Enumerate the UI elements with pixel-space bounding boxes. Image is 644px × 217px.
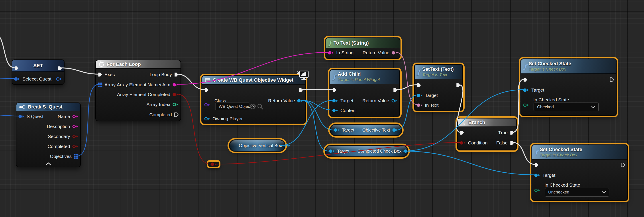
node-subtitle: Target is Panel Widget	[338, 77, 380, 82]
blueprint-graph-canvas[interactable]: SETSelecct QuestBreak S_QuestS QuestName…	[0, 0, 644, 217]
array-input-pin-icon[interactable]	[98, 82, 102, 87]
branch-node[interactable]: BranchTrueConditionFalse	[457, 118, 517, 150]
node-header[interactable]: ƒSet Checked StateTarget is Check Box	[521, 59, 616, 74]
collapse-pins-icon[interactable]	[46, 162, 51, 165]
enum-input-pin-icon[interactable]	[523, 103, 529, 108]
bool-output-pin-icon[interactable]	[72, 134, 78, 139]
int-output-pin-icon[interactable]	[172, 102, 179, 107]
node-header[interactable]: SET	[12, 60, 64, 72]
node-title: Branch	[468, 120, 485, 125]
pin-label: Owning Player	[212, 116, 243, 121]
dropdown-value: Checked	[537, 104, 554, 110]
chevron-down-icon	[591, 106, 595, 108]
widget-output-pin-icon[interactable]	[391, 98, 398, 103]
create-wb-quest-objective-widget-node[interactable]: Create WB Quest Objective WidgetClassRet…	[202, 76, 306, 123]
set-checked-state-checked-dropdown[interactable]: Checked	[534, 102, 599, 112]
exec-output-pin-icon[interactable]	[393, 88, 398, 92]
exec-wire[interactable]	[177, 74, 205, 90]
widget-wire[interactable]	[302, 100, 329, 151]
widget-wire[interactable]	[403, 151, 535, 175]
exec-output-pin-icon[interactable]	[174, 112, 179, 117]
pin-label: Objective Text	[362, 128, 390, 133]
pin-label: Array Element Name/ Aim	[117, 82, 170, 88]
get-completed-check-box-node[interactable]: TargetCompleted Check Box	[325, 145, 408, 157]
string-output-pin-icon[interactable]	[72, 114, 78, 119]
create-wb-quest-objective-widget-dropdown[interactable]: WB Quest Objec	[215, 102, 249, 110]
node-header[interactable]: ƒSetText (Text)Target is Text	[415, 65, 462, 79]
node-title: For Each Loop	[107, 62, 141, 67]
node-header[interactable]: ƒAdd ChildTarget is Panel Widget	[330, 70, 400, 84]
break-s-quest-node[interactable]: Break S_QuestS QuestNameDescriptionSecon…	[16, 102, 81, 167]
widget-input-pin-icon[interactable]	[204, 116, 210, 121]
exec-wire[interactable]	[60, 68, 99, 74]
widget-input-pin-icon[interactable]	[332, 108, 338, 113]
node-header[interactable]: Create WB Quest Objective Widget	[202, 76, 305, 84]
array-output-pin-icon[interactable]	[74, 154, 78, 159]
set-checked-state-unchecked-dropdown[interactable]: Unchecked	[545, 188, 610, 196]
to-text-string-node[interactable]: ƒTo Text (String)In StringReturn Value	[326, 38, 400, 58]
text-output-pin-icon[interactable]	[392, 50, 398, 55]
node-header[interactable]: Break S_Quest	[16, 103, 80, 111]
pin-label: Return Value	[362, 98, 389, 104]
widget-wire[interactable]	[302, 100, 334, 130]
pin-label: Selecct Quest	[22, 76, 52, 82]
pin-label: Completed	[149, 112, 172, 118]
break-icon	[19, 104, 26, 110]
widget-input-pin-icon[interactable]	[523, 88, 529, 92]
node-header[interactable]: ƒSet Checked StateTarget is Check Box	[532, 145, 627, 160]
pin-label: Target	[342, 128, 354, 133]
string-output-pin-icon[interactable]	[172, 82, 179, 87]
object-output-pin-icon[interactable]	[56, 77, 62, 81]
pin-label: Array Element Completed	[117, 92, 170, 97]
pin-label: In Checked State	[544, 182, 580, 188]
string-output-pin-icon[interactable]	[72, 124, 78, 129]
exec-input-pin-icon[interactable]	[534, 162, 539, 167]
bool-input-pin-icon[interactable]	[460, 141, 466, 145]
text-input-pin-icon[interactable]	[416, 103, 423, 108]
node-header[interactable]: ƒTo Text (String)	[326, 38, 400, 48]
get-objective-vertical-box-node[interactable]: Objective Vertical Box	[229, 140, 285, 151]
widget-input-pin-icon[interactable]	[534, 173, 540, 178]
node-header[interactable]: For Each Loop	[96, 60, 180, 68]
object-input-pin-icon[interactable]	[14, 77, 20, 81]
pin-label: Loop Body	[150, 72, 172, 77]
for-each-loop-node[interactable]: For Each LoopExecLoop BodyArrayArray Ele…	[95, 60, 181, 121]
get-completed-check-box-target-pin-icon[interactable]	[329, 149, 335, 153]
function-icon: ƒ	[524, 64, 526, 70]
get-objective-vertical-box-output-pin-icon[interactable]	[284, 143, 290, 148]
set-selecct-quest-node[interactable]: SETSelecct Quest	[12, 60, 64, 85]
search-icon[interactable]	[257, 103, 264, 110]
settext-text-node[interactable]: ƒSetText (Text)Target is TextTargetIn Te…	[414, 64, 463, 110]
get-objective-text-target-pin-icon[interactable]	[334, 128, 340, 132]
get-objective-text-node[interactable]: TargetObjective Text	[330, 124, 402, 136]
enum-input-pin-icon[interactable]	[534, 188, 540, 192]
node-title: SET	[34, 63, 43, 68]
pin-label: Return Value	[362, 50, 390, 56]
exec-output-pin-icon[interactable]	[510, 130, 514, 135]
pin-label: Objectives	[50, 154, 72, 159]
string-input-pin-icon[interactable]	[328, 50, 334, 55]
class-input-pin-icon[interactable]	[204, 102, 210, 107]
function-icon: ƒ	[417, 69, 420, 75]
reset-to-default-icon[interactable]	[249, 103, 256, 110]
node-header[interactable]: Branch	[458, 118, 516, 127]
add-child-node[interactable]: ƒAdd ChildTarget is Panel WidgetTargetRe…	[330, 70, 400, 116]
widget-output-pin-icon[interactable]	[297, 98, 303, 103]
node-title: Add Child	[338, 71, 380, 77]
node-subtitle: Target is Check Box	[540, 153, 582, 158]
exec-input-pin-icon[interactable]	[14, 66, 19, 71]
widget-input-pin-icon[interactable]	[332, 98, 338, 103]
exec-output-pin-icon[interactable]	[610, 77, 614, 82]
exec-output-pin-icon[interactable]	[620, 162, 625, 167]
pin-label: Name	[58, 114, 70, 119]
pin-label: Objective Vertical Box	[239, 143, 282, 148]
bool-output-pin-icon[interactable]	[172, 92, 179, 97]
exec-input-pin-icon[interactable]	[98, 72, 102, 77]
pin-label: Completed	[48, 144, 70, 149]
exec-input-pin-icon[interactable]	[460, 130, 464, 135]
monitor-icon	[296, 70, 309, 81]
exec-input-pin-icon[interactable]	[204, 88, 209, 92]
widget-input-pin-icon[interactable]	[416, 93, 423, 98]
object-input-pin-icon[interactable]	[18, 114, 24, 119]
bool-output-pin-icon[interactable]	[72, 144, 78, 149]
